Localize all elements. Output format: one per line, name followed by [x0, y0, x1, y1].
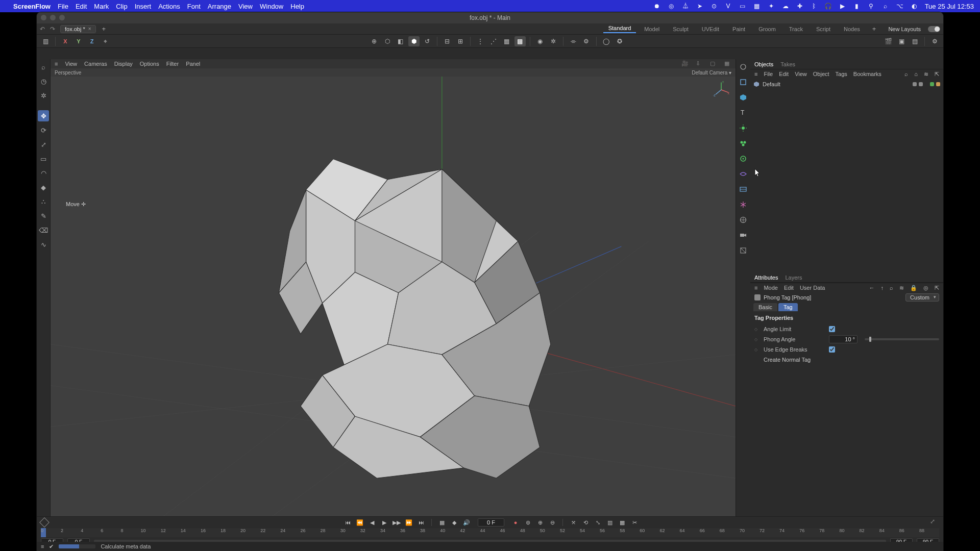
- pivot-mode-icon[interactable]: ◧: [395, 36, 406, 46]
- obj-popout-icon[interactable]: ⇱: [935, 71, 939, 78]
- obj-filter-icon[interactable]: ≋: [924, 71, 928, 78]
- vp-layout-icon[interactable]: ▦: [724, 60, 731, 67]
- status-puzzle-icon[interactable]: ✦: [767, 2, 776, 11]
- viewport-camera[interactable]: Default Camera ▾: [692, 70, 731, 76]
- keyframe-diamond-icon[interactable]: ◇: [754, 337, 760, 342]
- tab-objects[interactable]: Objects: [754, 61, 773, 67]
- render-view-icon[interactable]: 🎬: [883, 36, 894, 46]
- axis-z-toggle[interactable]: Z: [86, 36, 97, 46]
- status-control-icon[interactable]: ◐: [910, 2, 919, 11]
- snap-edge-icon[interactable]: ⋰: [488, 36, 499, 46]
- attr-popout-icon[interactable]: ⇱: [935, 285, 939, 291]
- app-name[interactable]: ScreenFlow: [13, 3, 51, 10]
- palette-generator-icon[interactable]: [738, 138, 749, 149]
- next-key-icon[interactable]: ⏩: [404, 518, 414, 527]
- obj-menu-bookmarks[interactable]: Bookmarks: [853, 71, 881, 77]
- palette-light-icon[interactable]: [738, 122, 749, 134]
- keyset-icon[interactable]: ◆: [449, 518, 459, 527]
- filter-key-icon[interactable]: ✂: [629, 518, 640, 527]
- visibility-editor-dot[interactable]: [913, 82, 917, 86]
- vp-menu-view[interactable]: View: [65, 61, 77, 67]
- nav-fwd-icon[interactable]: ↷: [50, 26, 57, 33]
- nav-back-icon[interactable]: ↶: [40, 26, 47, 33]
- layout-sculpt[interactable]: Sculpt: [668, 26, 694, 32]
- snap-workplane-icon[interactable]: ▩: [514, 36, 526, 46]
- layout-uvedit[interactable]: UVEdit: [697, 26, 724, 32]
- pos-key-icon[interactable]: ⤧: [568, 518, 578, 527]
- menu-edit[interactable]: Edit: [76, 3, 87, 10]
- brush-tool[interactable]: ✎: [38, 210, 49, 221]
- status-bluetooth-icon[interactable]: ᛒ: [810, 2, 819, 11]
- status-cloud-icon[interactable]: ☁: [781, 2, 790, 11]
- attr-hamburger-icon[interactable]: ≡: [754, 285, 757, 291]
- attr-back-icon[interactable]: ←: [869, 285, 875, 291]
- palette-sky-icon[interactable]: [738, 214, 749, 226]
- palette-spline-icon[interactable]: [738, 77, 749, 88]
- settings-tool-icon[interactable]: ✲: [38, 90, 49, 101]
- world-mode-icon[interactable]: ⬢: [408, 36, 420, 46]
- status-sync-icon[interactable]: ◎: [667, 2, 676, 11]
- status-broadcast-icon[interactable]: ⏃: [681, 2, 690, 11]
- button-create-normal-tag[interactable]: Create Normal Tag: [764, 357, 811, 363]
- visibility-render-dot[interactable]: [919, 82, 923, 86]
- status-battery-icon[interactable]: ▮: [852, 2, 862, 11]
- obj-menu-tags[interactable]: Tags: [836, 71, 847, 77]
- undo-history-icon[interactable]: ▥: [40, 36, 51, 46]
- pla-key-icon[interactable]: ▩: [617, 518, 627, 527]
- keyframe-diamond-icon[interactable]: ◇: [754, 347, 760, 352]
- vp-menu-panel[interactable]: Panel: [186, 61, 200, 67]
- symmetry-icon[interactable]: ⌯: [568, 36, 579, 46]
- param-key-icon[interactable]: ▥: [605, 518, 615, 527]
- status-play-icon[interactable]: ▶: [838, 2, 847, 11]
- obj-menu-file[interactable]: File: [764, 71, 773, 77]
- render-settings-icon[interactable]: ⚙: [929, 36, 940, 46]
- obj-menu-edit[interactable]: Edit: [779, 71, 789, 77]
- vp-menu-filter[interactable]: Filter: [166, 61, 179, 67]
- play-icon[interactable]: ▶: [379, 518, 389, 527]
- timeline-ruler[interactable]: 0246810121416182022242628303234363840424…: [41, 528, 939, 537]
- keyopt1-icon[interactable]: ⊕: [535, 518, 545, 527]
- add-document-tab[interactable]: +: [99, 25, 109, 33]
- subtab-tag[interactable]: Tag: [778, 303, 798, 311]
- keyframe-marker-icon[interactable]: [39, 517, 50, 528]
- attr-menu-mode[interactable]: Mode: [764, 285, 778, 291]
- vp-menu-display[interactable]: Display: [114, 61, 133, 67]
- layout-add-button[interactable]: +: [872, 25, 876, 33]
- eraser-tool[interactable]: ⌫: [38, 224, 49, 236]
- status-cal-icon[interactable]: ▦: [752, 2, 762, 11]
- next-frame-icon[interactable]: ▶▶: [391, 518, 402, 527]
- soft-radius-icon[interactable]: ✲: [548, 36, 559, 46]
- prev-frame-icon[interactable]: ◀: [367, 518, 377, 527]
- status-headphone-icon[interactable]: 🎧: [824, 2, 833, 11]
- menu-file[interactable]: File: [58, 3, 68, 10]
- menu-mark[interactable]: Mark: [94, 3, 109, 10]
- checkbox-angle-limit[interactable]: [829, 326, 835, 332]
- menu-insert[interactable]: Insert: [135, 3, 152, 10]
- layout-model[interactable]: Model: [639, 26, 665, 32]
- select-tool[interactable]: ▭: [38, 153, 49, 164]
- traffic-max-icon[interactable]: [59, 15, 65, 20]
- reset-psr-icon[interactable]: ↺: [422, 36, 433, 46]
- obj-menu-object[interactable]: Object: [813, 71, 829, 77]
- snap-linear-icon[interactable]: ⊟: [442, 36, 453, 46]
- viewport-canvas[interactable]: Move ✛ Y X -Z: [51, 77, 736, 519]
- status-hamburger-icon[interactable]: ≡: [41, 543, 44, 549]
- status-v-icon[interactable]: V: [724, 2, 733, 11]
- sound-icon[interactable]: 🔊: [461, 518, 472, 527]
- hud-opts-icon[interactable]: ✪: [614, 36, 625, 46]
- palette-deformer-icon[interactable]: [738, 184, 749, 195]
- attr-search-icon[interactable]: ⌕: [890, 285, 893, 291]
- document-tab[interactable]: fox.obj * ×: [60, 25, 96, 33]
- axis-mode-icon[interactable]: ⬡: [382, 36, 393, 46]
- menu-view[interactable]: View: [238, 3, 253, 10]
- attributes-mode-select[interactable]: Custom: [905, 293, 939, 302]
- new-layouts-button[interactable]: New Layouts: [888, 26, 921, 32]
- keyopt2-icon[interactable]: ⊖: [547, 518, 557, 527]
- soft-select-icon[interactable]: ◉: [534, 36, 546, 46]
- axis-y-toggle[interactable]: Y: [73, 36, 84, 46]
- traffic-close-icon[interactable]: [41, 15, 46, 20]
- history-tool-icon[interactable]: ◷: [38, 76, 49, 87]
- obj-menu-view[interactable]: View: [795, 71, 807, 77]
- layout-track[interactable]: Track: [784, 26, 808, 32]
- axis-x-toggle[interactable]: X: [60, 36, 71, 46]
